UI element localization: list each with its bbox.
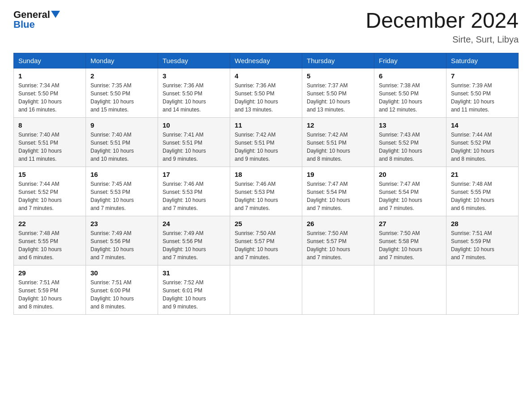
calendar-day-cell: 23 Sunrise: 7:49 AMSunset: 5:56 PMDaylig… [86,216,158,265]
day-number: 25 [235,220,297,227]
day-number: 29 [18,269,81,277]
day-info: Sunrise: 7:42 AMSunset: 5:51 PMDaylight:… [307,132,350,162]
day-info: Sunrise: 7:50 AMSunset: 5:57 PMDaylight:… [235,230,278,261]
day-info: Sunrise: 7:46 AMSunset: 5:53 PMDaylight:… [163,181,206,211]
calendar-day-cell: 13 Sunrise: 7:43 AMSunset: 5:52 PMDaylig… [374,117,446,167]
calendar-day-header: Monday [86,53,158,68]
calendar-day-header: Friday [374,53,446,68]
day-number: 22 [18,220,81,227]
day-number: 31 [163,269,225,277]
day-info: Sunrise: 7:36 AMSunset: 5:50 PMDaylight:… [163,82,206,113]
calendar-day-cell: 15 Sunrise: 7:44 AMSunset: 5:52 PMDaylig… [14,167,86,216]
day-info: Sunrise: 7:52 AMSunset: 6:01 PMDaylight:… [163,279,206,310]
day-info: Sunrise: 7:38 AMSunset: 5:50 PMDaylight:… [379,82,422,113]
calendar-day-cell: 26 Sunrise: 7:50 AMSunset: 5:57 PMDaylig… [302,216,374,265]
day-info: Sunrise: 7:43 AMSunset: 5:52 PMDaylight:… [379,132,422,162]
day-number: 19 [307,171,369,178]
calendar-day-header: Saturday [446,53,519,68]
calendar-day-cell: 27 Sunrise: 7:50 AMSunset: 5:58 PMDaylig… [374,216,446,265]
day-info: Sunrise: 7:50 AMSunset: 5:57 PMDaylight:… [307,230,350,261]
day-number: 27 [379,220,442,227]
calendar-week-row: 22 Sunrise: 7:48 AMSunset: 5:55 PMDaylig… [14,216,519,265]
day-number: 6 [379,72,442,80]
calendar-day-cell: 29 Sunrise: 7:51 AMSunset: 5:59 PMDaylig… [14,265,86,314]
calendar-day-cell: 18 Sunrise: 7:46 AMSunset: 5:53 PMDaylig… [230,167,302,216]
svg-marker-0 [51,11,60,18]
day-info: Sunrise: 7:45 AMSunset: 5:53 PMDaylight:… [90,181,134,211]
day-number: 15 [18,171,81,178]
day-number: 14 [451,121,514,129]
calendar-day-header: Wednesday [230,53,302,68]
day-info: Sunrise: 7:40 AMSunset: 5:51 PMDaylight:… [90,132,134,162]
day-info: Sunrise: 7:40 AMSunset: 5:51 PMDaylight:… [18,132,62,162]
day-number: 18 [235,171,297,178]
calendar-week-row: 15 Sunrise: 7:44 AMSunset: 5:52 PMDaylig… [14,167,519,216]
calendar-day-cell: 31 Sunrise: 7:52 AMSunset: 6:01 PMDaylig… [158,265,230,314]
day-info: Sunrise: 7:44 AMSunset: 5:52 PMDaylight:… [18,181,62,211]
day-info: Sunrise: 7:51 AMSunset: 5:59 PMDaylight:… [18,279,62,310]
day-number: 16 [90,171,153,178]
calendar-day-cell: 2 Sunrise: 7:35 AMSunset: 5:50 PMDayligh… [86,68,158,117]
calendar-day-cell: 28 Sunrise: 7:51 AMSunset: 5:59 PMDaylig… [446,216,519,265]
page-header: General Blue December 2024 Sirte, Surt, … [13,9,519,45]
day-info: Sunrise: 7:34 AMSunset: 5:50 PMDaylight:… [18,82,62,113]
calendar-day-cell: 25 Sunrise: 7:50 AMSunset: 5:57 PMDaylig… [230,216,302,265]
day-number: 7 [451,72,514,80]
day-number: 3 [163,72,225,80]
day-info: Sunrise: 7:51 AMSunset: 5:59 PMDaylight:… [451,230,494,261]
logo-blue-text: Blue [13,19,35,30]
day-info: Sunrise: 7:39 AMSunset: 5:50 PMDaylight:… [451,82,494,113]
calendar-day-cell: 20 Sunrise: 7:47 AMSunset: 5:54 PMDaylig… [374,167,446,216]
logo: General Blue [13,9,60,30]
day-info: Sunrise: 7:50 AMSunset: 5:58 PMDaylight:… [379,230,422,261]
day-number: 17 [163,171,225,178]
title-block: December 2024 Sirte, Surt, Libya [365,9,519,45]
day-number: 20 [379,171,442,178]
calendar-table: SundayMondayTuesdayWednesdayThursdayFrid… [13,53,519,315]
calendar-day-cell: 12 Sunrise: 7:42 AMSunset: 5:51 PMDaylig… [302,117,374,167]
day-info: Sunrise: 7:51 AMSunset: 6:00 PMDaylight:… [90,279,134,310]
calendar-day-cell: 10 Sunrise: 7:41 AMSunset: 5:51 PMDaylig… [158,117,230,167]
calendar-day-cell: 14 Sunrise: 7:44 AMSunset: 5:52 PMDaylig… [446,117,519,167]
day-info: Sunrise: 7:49 AMSunset: 5:56 PMDaylight:… [163,230,206,261]
day-info: Sunrise: 7:35 AMSunset: 5:50 PMDaylight:… [90,82,134,113]
calendar-day-cell: 6 Sunrise: 7:38 AMSunset: 5:50 PMDayligh… [374,68,446,117]
calendar-day-header: Tuesday [158,53,230,68]
calendar-week-row: 8 Sunrise: 7:40 AMSunset: 5:51 PMDayligh… [14,117,519,167]
day-number: 30 [90,269,153,277]
calendar-day-cell [302,265,374,314]
day-info: Sunrise: 7:46 AMSunset: 5:53 PMDaylight:… [235,181,278,211]
day-number: 12 [307,121,369,129]
calendar-day-cell [374,265,446,314]
calendar-day-cell: 9 Sunrise: 7:40 AMSunset: 5:51 PMDayligh… [86,117,158,167]
day-info: Sunrise: 7:36 AMSunset: 5:50 PMDaylight:… [235,82,278,113]
calendar-week-row: 29 Sunrise: 7:51 AMSunset: 5:59 PMDaylig… [14,265,519,314]
day-number: 4 [235,72,297,80]
calendar-day-header: Thursday [302,53,374,68]
day-number: 2 [90,72,153,80]
month-title: December 2024 [365,9,519,33]
day-info: Sunrise: 7:47 AMSunset: 5:54 PMDaylight:… [379,181,422,211]
calendar-day-cell: 8 Sunrise: 7:40 AMSunset: 5:51 PMDayligh… [14,117,86,167]
day-info: Sunrise: 7:48 AMSunset: 5:55 PMDaylight:… [18,230,62,261]
day-number: 28 [451,220,514,227]
calendar-day-cell: 3 Sunrise: 7:36 AMSunset: 5:50 PMDayligh… [158,68,230,117]
calendar-day-cell: 30 Sunrise: 7:51 AMSunset: 6:00 PMDaylig… [86,265,158,314]
calendar-day-cell: 1 Sunrise: 7:34 AMSunset: 5:50 PMDayligh… [14,68,86,117]
calendar-day-header: Sunday [14,53,86,68]
day-number: 8 [18,121,81,129]
calendar-day-cell: 4 Sunrise: 7:36 AMSunset: 5:50 PMDayligh… [230,68,302,117]
day-info: Sunrise: 7:42 AMSunset: 5:51 PMDaylight:… [235,132,278,162]
day-number: 13 [379,121,442,129]
calendar-day-cell: 5 Sunrise: 7:37 AMSunset: 5:50 PMDayligh… [302,68,374,117]
day-info: Sunrise: 7:49 AMSunset: 5:56 PMDaylight:… [90,230,134,261]
calendar-week-row: 1 Sunrise: 7:34 AMSunset: 5:50 PMDayligh… [14,68,519,117]
calendar-day-cell: 22 Sunrise: 7:48 AMSunset: 5:55 PMDaylig… [14,216,86,265]
day-info: Sunrise: 7:48 AMSunset: 5:55 PMDaylight:… [451,181,494,211]
location-subtitle: Sirte, Surt, Libya [365,34,519,45]
calendar-day-cell: 21 Sunrise: 7:48 AMSunset: 5:55 PMDaylig… [446,167,519,216]
calendar-day-cell: 24 Sunrise: 7:49 AMSunset: 5:56 PMDaylig… [158,216,230,265]
calendar-day-cell: 7 Sunrise: 7:39 AMSunset: 5:50 PMDayligh… [446,68,519,117]
calendar-day-cell: 17 Sunrise: 7:46 AMSunset: 5:53 PMDaylig… [158,167,230,216]
day-number: 10 [163,121,225,129]
